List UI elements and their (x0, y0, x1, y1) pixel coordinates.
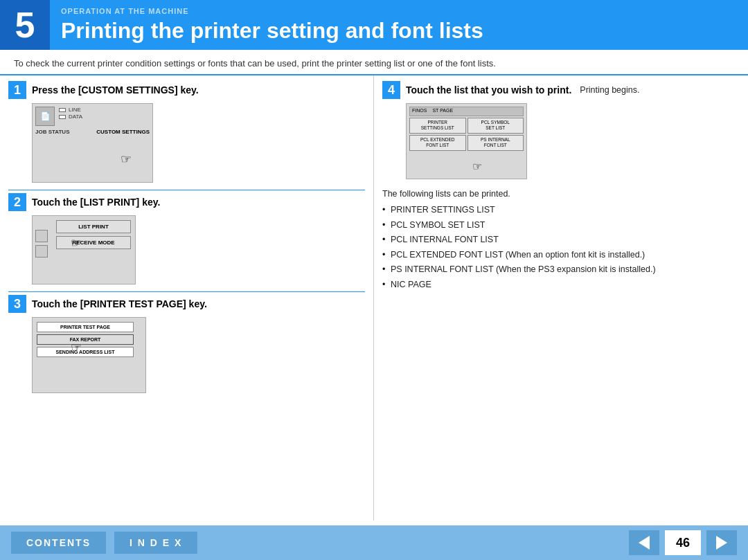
bullet-section: The following lists can be printed. PRIN… (382, 189, 740, 291)
step2-left-tabs (35, 230, 48, 258)
step4-cell-ps-internal: PS INTERNALFONT LIST (467, 135, 524, 151)
step3-fax-report-btn: FAX REPORT (37, 334, 134, 345)
step-1-body: 📄 LINE DATA JOB STATUS CUSTOM SETTINGS ☞ (32, 103, 365, 183)
bullet-intro: The following lists can be printed. (382, 189, 740, 199)
step1-icon: 📄 (35, 107, 55, 126)
step4-top1: FINOS (412, 108, 427, 115)
step-4-header: 4 Touch the list that you wish to print.… (382, 81, 740, 99)
step-2-header: 2 Touch the [LIST PRINT] key. (8, 193, 365, 211)
step4-cell-pcl-symbol: PCL SYMBOLSET LIST (467, 118, 524, 134)
step-1-title: Press the [CUSTOM SETTINGS] key. (32, 84, 199, 96)
step2-buttons: LIST PRINT RECEIVE MODE (56, 220, 131, 249)
step-2-title: Touch the [LIST PRINT] key. (32, 197, 160, 208)
step-3-number: 3 (8, 295, 26, 313)
step-1-machine: 📄 LINE DATA JOB STATUS CUSTOM SETTINGS ☞ (32, 103, 153, 183)
step-4-title: Touch the list that you wish to print. (406, 84, 571, 96)
step-2-machine: LIST PRINT RECEIVE MODE ☞ (32, 215, 136, 284)
chapter-subtitle: OPERATION AT THE MACHINE (61, 7, 483, 15)
step-2: 2 Touch the [LIST PRINT] key. LIST PRINT… (8, 193, 365, 284)
step2-tab-2 (35, 245, 48, 258)
step-4-body: FINOS ST PAGE PRINTERSETTINGS LIST PCL S… (406, 103, 740, 179)
step-1-header: 1 Press the [CUSTOM SETTINGS] key. (8, 81, 365, 99)
intro-text: To check the current printer condition s… (0, 50, 748, 75)
step4-top2: ST PAGE (432, 108, 453, 115)
step4-cursor-icon: ☞ (472, 160, 482, 173)
step1-status: JOB STATUS (35, 129, 69, 135)
page-footer: CONTENTS I N D E X 46 (0, 525, 748, 560)
chapter-number: 5 (0, 0, 50, 50)
step2-tab-1 (35, 230, 48, 242)
page-number: 46 (665, 530, 701, 555)
header-text-block: OPERATION AT THE MACHINE Printing the pr… (50, 0, 495, 50)
step3-sending-address-btn: SENDING ADDRESS LIST (37, 347, 134, 357)
step1-bottom: JOB STATUS CUSTOM SETTINGS (35, 129, 150, 135)
step-3-machine: PRINTER TEST PAGE FAX REPORT SENDING ADD… (32, 317, 146, 393)
step-1: 1 Press the [CUSTOM SETTINGS] key. 📄 LIN… (8, 81, 365, 183)
next-arrow-icon (716, 536, 727, 550)
list-item-3: PCL INTERNAL FONT LIST (382, 234, 740, 246)
list-item-4: PCL EXTENDED FONT LIST (When an option f… (382, 249, 740, 262)
step4-cell-pcl-extended: PCL EXTENDEDFONT LIST (409, 135, 466, 151)
step-3-header: 3 Touch the [PRINTER TEST PAGE] key. (8, 295, 365, 313)
step4-top-bar: FINOS ST PAGE (409, 107, 524, 116)
step1-custom-settings: CUSTOM SETTINGS (96, 129, 150, 135)
contents-button[interactable]: CONTENTS (11, 532, 106, 554)
next-page-button[interactable] (706, 530, 737, 555)
step2-list-print-btn: LIST PRINT (56, 220, 131, 233)
step-separator-1 (8, 190, 365, 190)
left-column: 1 Press the [CUSTOM SETTINGS] key. 📄 LIN… (0, 75, 374, 521)
index-button[interactable]: I N D E X (114, 532, 197, 554)
step-3-body: PRINTER TEST PAGE FAX REPORT SENDING ADD… (32, 317, 365, 393)
step-2-number: 2 (8, 193, 26, 211)
step-4-number: 4 (382, 81, 400, 99)
prev-page-button[interactable] (629, 530, 659, 555)
main-content: 1 Press the [CUSTOM SETTINGS] key. 📄 LIN… (0, 75, 748, 521)
step-4: 4 Touch the list that you wish to print.… (382, 81, 740, 179)
footer-nav-right: 46 (629, 530, 737, 555)
footer-nav-left: CONTENTS I N D E X (11, 532, 197, 554)
list-item-1: PRINTER SETTINGS LIST (382, 204, 740, 217)
list-item-2: PCL SYMBOL SET LIST (382, 219, 740, 232)
list-item-5: PS INTERNAL FONT LIST (When the PS3 expa… (382, 264, 740, 276)
step3-printer-test-btn: PRINTER TEST PAGE (37, 322, 134, 332)
printing-begins-text: Printing begins. (580, 85, 639, 95)
step-3: 3 Touch the [PRINTER TEST PAGE] key. PRI… (8, 295, 365, 393)
prev-arrow-icon (639, 536, 650, 550)
step2-cursor-icon: ☞ (71, 235, 82, 251)
page-title: Printing the printer setting and font li… (61, 18, 483, 44)
step-1-number: 1 (8, 81, 26, 99)
step1-cursor-icon: ☞ (121, 152, 132, 167)
step4-grid: PRINTERSETTINGS LIST PCL SYMBOLSET LIST … (409, 118, 524, 151)
step2-receive-mode-btn: RECEIVE MODE (56, 236, 131, 249)
step-3-title: Touch the [PRINTER TEST PAGE] key. (32, 298, 207, 309)
step3-cursor-icon: ☞ (71, 340, 82, 355)
step-separator-2 (8, 291, 365, 292)
right-column: 4 Touch the list that you wish to print.… (374, 75, 748, 521)
page-header: 5 OPERATION AT THE MACHINE Printing the … (0, 0, 748, 50)
step1-labels: LINE DATA (59, 107, 82, 120)
list-item-6: NIC PAGE (382, 279, 740, 291)
bullet-list: PRINTER SETTINGS LIST PCL SYMBOL SET LIS… (382, 204, 740, 291)
step4-cell-printer-settings: PRINTERSETTINGS LIST (409, 118, 466, 134)
step-4-machine: FINOS ST PAGE PRINTERSETTINGS LIST PCL S… (406, 103, 527, 179)
step-2-body: LIST PRINT RECEIVE MODE ☞ (32, 215, 365, 284)
